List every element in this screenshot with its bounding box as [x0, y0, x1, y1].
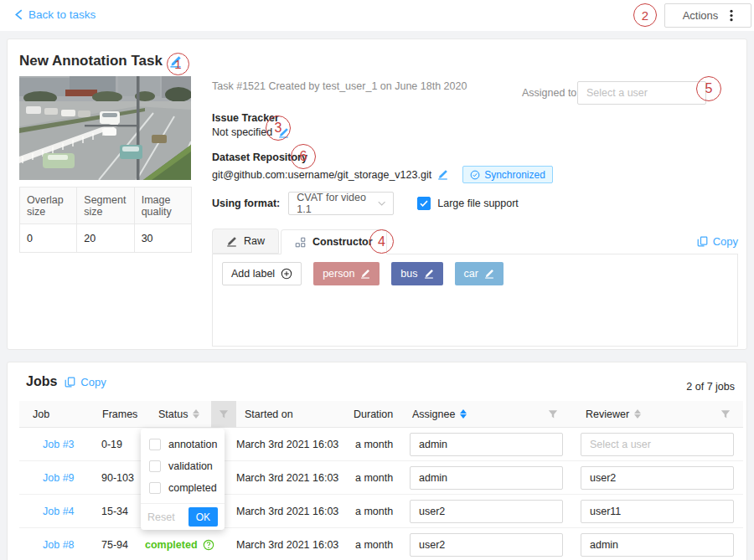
pencil-icon — [226, 236, 237, 247]
job-frames: 15-34 — [101, 495, 128, 527]
job-started: March 3rd 2021 16:03 — [236, 495, 338, 527]
large-file-label: Large file support — [437, 198, 519, 209]
validation-option-label: validation — [168, 460, 213, 472]
annotation-circle-6: 6 — [291, 144, 316, 169]
task-preview-thumbnail — [19, 76, 191, 180]
status-filter-icon[interactable] — [211, 401, 236, 428]
label-car-name: car — [464, 268, 478, 280]
job-status-text: completed — [145, 539, 198, 551]
check-icon — [420, 200, 428, 207]
param-value-overlap: 0 — [20, 224, 77, 253]
param-header-overlap: Overlap size — [20, 188, 77, 224]
col-reviewer[interactable]: Reviewer — [586, 401, 641, 427]
check-circle-icon — [470, 170, 480, 180]
assignee-input[interactable] — [410, 466, 563, 490]
labels-tabbar: Raw Constructor Copy — [212, 229, 738, 254]
label-chip-person[interactable]: person — [313, 262, 380, 285]
status-sort-icon[interactable] — [193, 409, 199, 419]
question-circle-icon[interactable] — [203, 539, 214, 551]
add-label-button[interactable]: Add label — [222, 262, 302, 285]
reviewer-input[interactable] — [581, 533, 734, 557]
assignee-input[interactable] — [410, 500, 563, 523]
col-status[interactable]: Status — [158, 401, 199, 427]
labels-copy-label: Copy — [713, 235, 738, 248]
large-file-checkbox[interactable] — [417, 197, 431, 210]
build-icon — [295, 237, 306, 248]
reviewer-sort-icon[interactable] — [634, 409, 641, 419]
job-frames: 75-94 — [101, 528, 128, 560]
validation-checkbox[interactable] — [149, 460, 161, 472]
kebab-menu-icon — [730, 9, 733, 22]
task-detail-card: New Annotation Task — [7, 39, 747, 350]
job-link[interactable]: Job #4 — [43, 495, 75, 527]
copy-icon — [697, 236, 708, 247]
job-status: completed — [145, 528, 214, 560]
reviewer-input[interactable] — [581, 433, 734, 456]
job-link[interactable]: Job #3 — [43, 428, 75, 460]
assigned-to-input[interactable] — [577, 81, 706, 105]
label-chip-car[interactable]: car — [455, 262, 504, 285]
label-chip-bus[interactable]: bus — [391, 262, 442, 285]
actions-button[interactable]: Actions — [664, 3, 751, 28]
completed-option-label: completed — [168, 482, 217, 494]
back-to-tasks-link[interactable]: Back to tasks — [15, 8, 96, 21]
format-select[interactable]: CVAT for video 1.1 — [288, 192, 394, 215]
col-assignee[interactable]: Assignee — [412, 401, 467, 427]
assignee-input[interactable] — [410, 433, 563, 456]
jobs-copy-button[interactable]: Copy — [65, 376, 106, 388]
filter-ok-button[interactable]: OK — [188, 507, 218, 527]
job-link[interactable]: Job #9 — [43, 461, 75, 494]
reviewer-input[interactable] — [581, 500, 734, 523]
assignee-input[interactable] — [410, 533, 563, 557]
edit-label-icon[interactable] — [424, 269, 434, 279]
filter-option-annotation[interactable]: annotation — [141, 434, 225, 455]
job-duration: a month — [355, 528, 393, 560]
param-value-segment: 20 — [77, 224, 134, 253]
filter-option-validation[interactable]: validation — [141, 455, 225, 477]
chevron-left-icon — [15, 9, 23, 20]
tab-constructor-label: Constructor — [312, 236, 373, 248]
completed-checkbox[interactable] — [149, 482, 161, 494]
edit-label-icon[interactable] — [360, 269, 370, 279]
assignee-filter-icon[interactable] — [540, 401, 566, 428]
issue-tracker-value: Not specified — [212, 126, 272, 138]
jobs-title: Jobs — [26, 374, 57, 389]
col-duration: Duration — [354, 401, 393, 427]
job-link[interactable]: Job #8 — [43, 528, 75, 560]
annotation-circle-1: 1 — [167, 53, 189, 75]
annotation-circle-4: 4 — [369, 229, 394, 254]
assignee-sort-icon[interactable] — [460, 409, 467, 419]
labels-copy-button[interactable]: Copy — [697, 235, 738, 248]
job-duration: a month — [355, 428, 393, 460]
param-value-quality: 30 — [134, 224, 191, 253]
label-bus-name: bus — [400, 268, 417, 280]
sync-status-badge: Synchronized — [462, 166, 553, 183]
job-duration: a month — [355, 461, 393, 494]
task-params-table: Overlap size Segment size Image quality … — [19, 187, 192, 253]
filter-reset-button[interactable]: Reset — [147, 511, 175, 523]
jobs-card: Jobs Copy 2 of 7 jobs Job Frames Status … — [7, 362, 747, 560]
annotation-circle-3: 3 — [266, 116, 291, 141]
col-reviewer-label: Reviewer — [586, 408, 629, 420]
job-duration: a month — [355, 495, 393, 527]
task-title: New Annotation Task — [19, 53, 163, 69]
jobs-table-header: Job Frames Status Started on Duration As… — [19, 401, 743, 428]
copy-icon — [65, 377, 75, 388]
tab-raw[interactable]: Raw — [212, 229, 279, 254]
annotation-option-label: annotation — [168, 439, 217, 450]
job-started: March 3rd 2021 16:03 — [236, 428, 338, 460]
annotation-checkbox[interactable] — [149, 439, 161, 450]
task-meta-text: Task #1521 Created by test_user_1 on Jun… — [212, 80, 467, 92]
dataset-repository-row: git@github.com:username/git_storage_v123… — [212, 166, 553, 183]
actions-button-label: Actions — [683, 9, 719, 22]
edit-repository-icon[interactable] — [437, 169, 448, 180]
reviewer-input[interactable] — [581, 466, 734, 490]
filter-option-completed[interactable]: completed — [141, 477, 225, 499]
back-to-tasks-label: Back to tasks — [28, 8, 96, 21]
assigned-to-label: Assigned to — [522, 87, 576, 99]
edit-label-icon[interactable] — [484, 269, 494, 279]
reviewer-filter-icon[interactable] — [713, 401, 738, 428]
param-header-quality: Image quality — [134, 188, 191, 224]
job-frames: 90-103 — [101, 461, 134, 494]
plus-circle-icon — [281, 268, 292, 280]
